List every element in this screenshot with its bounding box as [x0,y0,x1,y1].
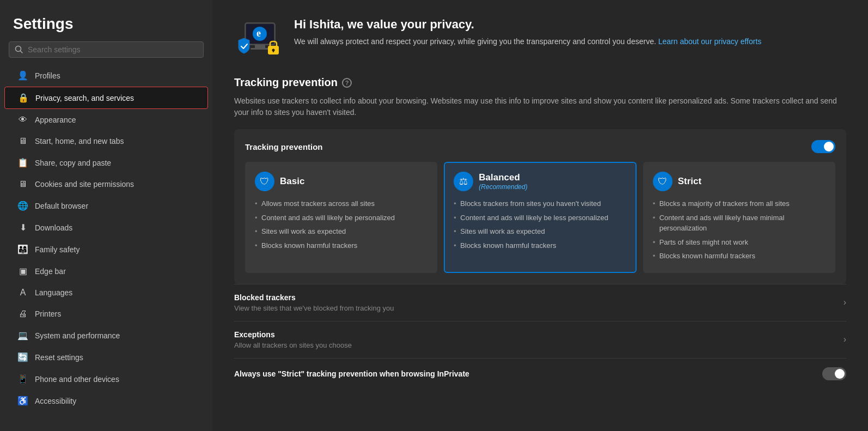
tp-card-header: Tracking prevention [245,140,835,153]
nav-label-accessibility: Accessibility [35,397,195,405]
prevention-options: 🛡 Basic Allows most trackers across all … [245,162,835,273]
sidebar-item-default-browser[interactable]: 🌐 Default browser [4,195,208,216]
svg-text:e: e [256,28,261,39]
nav-label-family-safety: Family safety [35,245,195,254]
option-card-balanced[interactable]: ⚖ Balanced (Recommended) Blocks trackers… [444,162,636,273]
nav-icon-phone: 📱 [17,374,28,384]
bullet: Sites will work as expected [255,224,427,239]
sidebar-item-profiles[interactable]: 👤 Profiles [4,65,208,86]
svg-rect-5 [250,48,270,50]
nav-label-start-home: Start, home, and new tabs [35,137,195,145]
banner-description: We will always protect and respect your … [294,36,761,47]
sidebar-item-phone[interactable]: 📱 Phone and other devices [4,368,208,390]
main-content: e Hi Ishita, we value your privacy. We w… [212,0,868,431]
always-strict-toggle[interactable] [822,367,846,380]
search-icon [15,45,23,54]
nav-label-privacy: Privacy, search, and services [35,94,194,102]
blocked-trackers-chevron: › [843,298,846,307]
nav-icon-accessibility: ♿ [17,396,28,406]
nav-label-phone: Phone and other devices [35,375,195,384]
nav-icon-languages: A [17,288,28,298]
exceptions-chevron: › [843,335,846,344]
nav-icon-share-copy: 📋 [17,157,28,168]
nav-icon-downloads: ⬇ [17,222,28,233]
banner-heading: Hi Ishita, we value your privacy. [294,17,761,32]
search-input[interactable] [28,45,198,54]
sidebar-nav: 👤 Profiles 🔒 Privacy, search, and servic… [0,64,212,412]
option-icon-strict: 🛡 [653,172,673,191]
nav-icon-family-safety: 👨‍👩‍👧 [17,244,28,254]
search-box[interactable] [9,41,204,58]
settings-title: Settings [0,0,212,41]
nav-label-downloads: Downloads [35,223,195,232]
privacy-banner: e Hi Ishita, we value your privacy. We w… [234,17,846,61]
bullet: Blocks a majority of trackers from all s… [653,197,826,211]
bullet: Content and ads will likely be less pers… [454,211,626,225]
bullet: Content and ads will likely be personali… [255,211,427,225]
option-bullets-basic: Allows most trackers across all sitesCon… [255,197,427,252]
banner-text: Hi Ishita, we value your privacy. We wil… [294,17,761,47]
bullet: Blocks known harmful trackers [255,239,427,253]
sidebar-item-languages[interactable]: A Languages [4,282,208,303]
svg-line-1 [21,51,23,53]
nav-label-edge-bar: Edge bar [35,267,195,276]
help-icon[interactable]: ? [342,78,352,88]
svg-rect-10 [273,50,274,52]
nav-icon-system: 💻 [17,330,28,341]
option-card-basic[interactable]: 🛡 Basic Allows most trackers across all … [245,162,437,273]
nav-icon-reset: 🔄 [17,352,28,362]
option-icon-balanced: ⚖ [454,172,473,191]
bullet: Blocks known harmful trackers [454,239,626,253]
sidebar-item-family-safety[interactable]: 👨‍👩‍👧 Family safety [4,239,208,260]
nav-icon-profiles: 👤 [17,70,28,81]
sidebar-item-privacy[interactable]: 🔒 Privacy, search, and services [4,87,208,109]
blocked-trackers-title: Blocked trackers [234,293,394,302]
option-title-strict: Strict [678,176,701,187]
nav-label-system: System and performance [35,331,195,340]
sidebar-item-reset[interactable]: 🔄 Reset settings [4,347,208,368]
sidebar-item-cookies[interactable]: 🖥 Cookies and site permissions [4,174,208,195]
nav-label-languages: Languages [35,288,195,297]
nav-label-appearance: Appearance [35,116,195,124]
exceptions-title: Exceptions [234,330,352,339]
sidebar-item-system[interactable]: 💻 System and performance [4,325,208,346]
blocked-trackers-row[interactable]: Blocked trackers View the sites that we'… [234,284,846,321]
exceptions-row[interactable]: Exceptions Allow all trackers on sites y… [234,321,846,358]
sidebar-item-accessibility[interactable]: ♿ Accessibility [4,390,208,411]
nav-icon-appearance: 👁 [17,115,28,125]
sidebar-item-start-home[interactable]: 🖥 Start, home, and new tabs [4,131,208,151]
nav-icon-privacy: 🔒 [18,93,29,103]
sidebar-item-appearance[interactable]: 👁 Appearance [4,110,208,130]
bullet: Parts of sites might not work [653,235,826,250]
sidebar-item-share-copy[interactable]: 📋 Share, copy and paste [4,152,208,173]
sidebar-item-downloads[interactable]: ⬇ Downloads [4,217,208,238]
option-bullets-strict: Blocks a majority of trackers from all s… [653,197,826,263]
bullet: Content and ads will likely have minimal… [653,211,826,235]
blocked-trackers-desc: View the sites that we've blocked from t… [234,304,394,312]
nav-icon-default-browser: 🌐 [17,201,28,211]
privacy-link[interactable]: Learn about our privacy efforts [658,37,762,46]
nav-label-reset: Reset settings [35,353,195,362]
always-strict-row: Always use "Strict" tracking prevention … [234,358,846,389]
exceptions-desc: Allow all trackers on sites you choose [234,341,352,349]
nav-label-cookies: Cookies and site permissions [35,180,195,189]
option-card-strict[interactable]: 🛡 Strict Blocks a majority of trackers f… [643,162,835,273]
tracking-description: Websites use trackers to collect info ab… [234,95,846,118]
option-bullets-balanced: Blocks trackers from sites you haven't v… [454,197,626,252]
banner-illustration: e [234,17,283,61]
bullet: Sites will work as expected [454,224,626,239]
nav-icon-printers: 🖨 [17,309,28,319]
sidebar: Settings 👤 Profiles 🔒 Privacy, search, a… [0,0,212,431]
nav-icon-start-home: 🖥 [17,136,28,146]
nav-label-profiles: Profiles [35,71,195,80]
always-strict-label: Always use "Strict" tracking prevention … [234,369,469,378]
option-subtitle-balanced: (Recommended) [479,183,527,191]
bullet: Blocks known harmful trackers [653,249,826,263]
sidebar-item-edge-bar[interactable]: ▣ Edge bar [4,260,208,282]
nav-label-printers: Printers [35,309,195,318]
sidebar-item-printers[interactable]: 🖨 Printers [4,303,208,324]
nav-icon-edge-bar: ▣ [17,266,28,276]
tracking-prevention-card: Tracking prevention 🛡 Basic Allows most … [234,129,846,284]
nav-icon-cookies: 🖥 [17,179,28,189]
tracking-toggle[interactable] [811,140,835,153]
